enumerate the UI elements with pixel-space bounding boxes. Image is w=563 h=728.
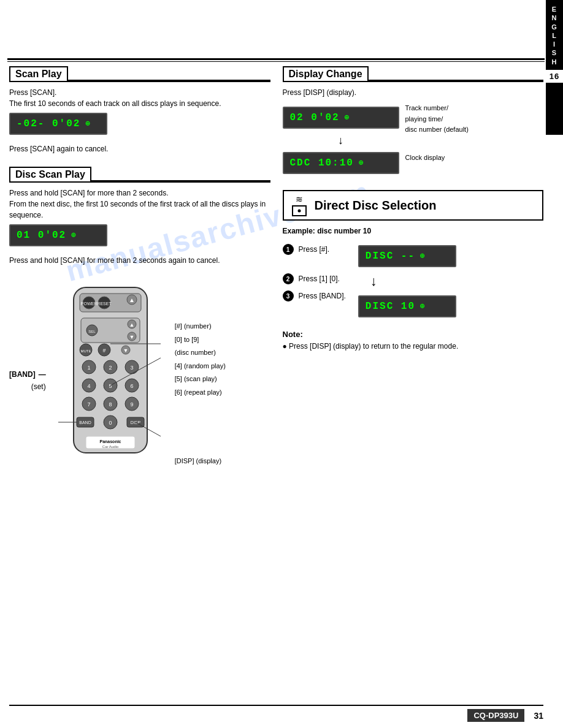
- disc-scan-play-title-box: Disc Scan Play: [9, 167, 91, 181]
- disc-display1-icon: ⊕: [420, 251, 426, 262]
- svg-text:0: 0: [109, 420, 112, 426]
- six-label: [6] (repeat play): [175, 387, 226, 398]
- main-content: Scan Play Press [SCAN]. The first 10 sec…: [9, 66, 543, 691]
- disp-label: [DISP] (display): [175, 456, 226, 467]
- remote-svg: POWER RESET ▲ SEL ▲: [55, 284, 166, 462]
- step1-row: 1 Press [#].: [283, 244, 346, 255]
- remote-labels-left: [BAND] — (set): [9, 284, 46, 391]
- disc-displays-arrow: ↓: [370, 275, 377, 288]
- side-language-tab: ENGLISH 16: [546, 0, 563, 135]
- svg-text:3: 3: [130, 365, 133, 371]
- note-text: ● Press [DISP] (display) to return to th…: [283, 341, 544, 352]
- scan-play-display-text: -02- 0'02: [17, 116, 80, 131]
- disc-display2-text: DISC 10: [366, 299, 415, 314]
- svg-text:BAND: BAND: [79, 420, 91, 425]
- svg-text:9: 9: [130, 401, 133, 408]
- five-label: [5] (scan play): [175, 374, 226, 385]
- scan-play-inst1: Press [SCAN].: [9, 87, 270, 98]
- display-label1: Track number/: [405, 103, 469, 114]
- svg-text:7: 7: [87, 401, 90, 408]
- steps-col: 1 Press [#]. 2 Press [1] [0]. 3 Press [B…: [283, 241, 346, 304]
- disc-display1-text: DISC --: [366, 249, 415, 264]
- step2-row: 2 Press [1] [0].: [283, 273, 346, 284]
- display2-icon: ⊕: [359, 157, 364, 169]
- step1-text: Press [#].: [299, 244, 330, 255]
- scan-play-display-icon: ⊕: [85, 118, 91, 129]
- display-label4: Clock display: [405, 153, 469, 164]
- svg-text:▲: ▲: [129, 297, 135, 303]
- step2-num: 2: [283, 273, 294, 284]
- display-label3: disc number (default): [405, 124, 469, 135]
- svg-text:▲: ▲: [129, 322, 134, 328]
- display-change-section: Display Change Press [DISP] (display). 0…: [283, 66, 544, 178]
- steps-with-displays: 1 Press [#]. 2 Press [1] [0]. 3 Press [B…: [283, 241, 544, 321]
- display-change-labels: Track number/ playing time/ disc number …: [405, 103, 469, 163]
- svg-text:1: 1: [87, 365, 90, 371]
- svg-text:Car Audio: Car Audio: [102, 445, 118, 449]
- display-change-title-box: Display Change: [283, 66, 369, 81]
- remote-labels-right: [#] (number) [0] to [9] (disc number) [4…: [175, 284, 226, 466]
- display-change-displays: 02 0'02 ⊕ ↓ CDC 10:10 ⊕ Track number/: [283, 103, 544, 178]
- top-border-outer: [7, 58, 545, 60]
- scan-play-title: Scan Play: [15, 69, 62, 80]
- display1-icon: ⊕: [345, 112, 350, 123]
- disc-display1: DISC -- ⊕: [358, 245, 456, 267]
- left-column: Scan Play Press [SCAN]. The first 10 sec…: [9, 66, 270, 466]
- disc-scan-inst2: From the next disc, the first 10 seconds…: [9, 199, 270, 221]
- step3-text: Press [BAND].: [299, 290, 346, 301]
- bottom-footer: CQ-DP393U 31: [9, 705, 543, 722]
- chapter-number: 16: [546, 70, 563, 83]
- disc-icon-rect: [292, 205, 307, 216]
- display-screens: 02 0'02 ⊕ ↓ CDC 10:10 ⊕: [283, 103, 399, 178]
- scan-play-title-box: Scan Play: [9, 66, 68, 81]
- svg-text:SEL: SEL: [88, 330, 96, 333]
- display-change-inst1: Press [DISP] (display).: [283, 87, 544, 98]
- svg-text:▼: ▼: [123, 347, 128, 354]
- right-column: Display Change Press [DISP] (display). 0…: [283, 66, 544, 466]
- svg-text:#: #: [102, 347, 105, 354]
- scan-play-inst2: The first 10 seconds of each track on al…: [9, 98, 270, 109]
- language-label: ENGLISH: [551, 5, 557, 66]
- scan-play-content: Press [SCAN]. The first 10 seconds of ea…: [9, 87, 270, 154]
- svg-text:POWER: POWER: [80, 301, 96, 306]
- display-label2: playing time/: [405, 114, 469, 125]
- step1-num: 1: [283, 244, 294, 255]
- disc-scan-play-title: Disc Scan Play: [15, 169, 85, 180]
- svg-text:Panasonic: Panasonic: [99, 439, 121, 444]
- display-change-content: Press [DISP] (display). 02 0'02 ⊕ ↓ CDC …: [283, 87, 544, 178]
- direct-disc-header: ≋ Direct Disc Selection: [283, 190, 544, 221]
- svg-text:4: 4: [87, 383, 90, 389]
- note-section: Note: ● Press [DISP] (display) to return…: [283, 328, 544, 352]
- band-label: [BAND] —: [9, 370, 46, 379]
- remote-control: POWER RESET ▲ SEL ▲: [55, 284, 166, 464]
- svg-text:RESET: RESET: [97, 301, 112, 306]
- example-text: Example: disc number 10: [283, 226, 544, 237]
- hash-label: [#] (number): [175, 321, 226, 332]
- note-title: Note:: [283, 328, 544, 341]
- remote-area: [BAND] — (set) POWER: [9, 284, 270, 466]
- svg-text:2: 2: [109, 365, 112, 371]
- disc-icon-hole: [297, 210, 301, 213]
- display2-text: CDC 10:10: [290, 156, 354, 170]
- display1: 02 0'02 ⊕: [283, 107, 399, 129]
- svg-text:5: 5: [109, 383, 112, 389]
- scan-play-inst3: Press [SCAN] again to cancel.: [9, 143, 270, 154]
- svg-text:6: 6: [130, 383, 133, 389]
- disc-displays-col: DISC -- ⊕ ↓ DISC 10 ⊕: [358, 241, 543, 321]
- disc-scan-display-text: 01 0'02: [17, 228, 66, 243]
- step2-text: Press [1] [0].: [299, 273, 340, 284]
- disc-number-label: (disc number): [175, 347, 226, 358]
- display1-text: 02 0'02: [290, 110, 340, 125]
- footer-model: CQ-DP393U: [467, 709, 524, 722]
- disc-scan-inst3: Press and hold [SCAN] for more than 2 se…: [9, 255, 270, 266]
- step3-row: 3 Press [BAND].: [283, 290, 346, 301]
- disc-scan-play-content: Press and hold [SCAN] for more than 2 se…: [9, 188, 270, 266]
- direct-disc-content: Example: disc number 10 1 Press [#]. 2 P…: [283, 226, 544, 352]
- zero-to-nine-label: [0] to [9]: [175, 335, 226, 346]
- display2: CDC 10:10 ⊕: [283, 152, 399, 174]
- display-change-arrow: ↓: [338, 135, 343, 146]
- disc-display2: DISC 10 ⊕: [358, 295, 456, 317]
- svg-text:▼: ▼: [129, 334, 134, 340]
- disc-scan-play-section: Disc Scan Play Press and hold [SCAN] for…: [9, 167, 270, 266]
- svg-text:MUTE: MUTE: [80, 349, 91, 353]
